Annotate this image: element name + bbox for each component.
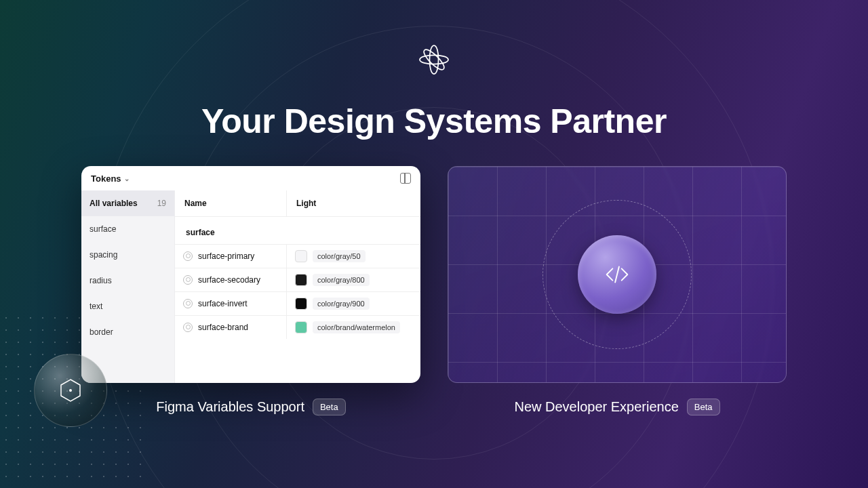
code-sphere [578,235,656,314]
variable-type-icon [183,275,193,285]
sidebar-category[interactable]: radius [81,268,174,293]
caption-dev-experience: New Developer Experience Beta [448,399,787,415]
color-alias: color/gray/50 [313,250,366,262]
color-alias: color/brand/watermelon [313,321,400,333]
tokens-panel: Tokens ⌄ All variables 19 surfacespacing… [81,166,420,383]
table-row[interactable]: surface-invertcolor/gray/900 [175,291,420,315]
caption-right-text: New Developer Experience [514,399,678,415]
color-swatch [295,321,307,333]
variable-name: surface-primary [198,251,254,261]
sidebar-category[interactable]: text [81,293,174,319]
sidebar-category[interactable]: border [81,319,174,345]
table-row[interactable]: surface-primarycolor/gray/50 [175,244,420,268]
table-row[interactable]: surface-secodarycolor/gray/800 [175,268,420,291]
panel-layout-icon[interactable] [400,173,411,184]
section-label: surface [175,217,420,244]
table-row[interactable]: surface-brandcolor/brand/watermelon [175,315,420,339]
tokens-dropdown[interactable]: Tokens [91,174,121,184]
color-swatch [295,250,307,262]
column-header-name: Name [175,190,287,216]
variable-type-icon [183,323,193,332]
color-alias: color/gray/800 [313,274,370,286]
beta-badge: Beta [687,399,720,415]
chevron-down-icon: ⌄ [124,175,130,182]
caption-figma-variables: Figma Variables Support Beta [81,399,420,415]
hexagon-orb-icon [34,354,107,427]
beta-badge: Beta [313,399,346,415]
variable-type-icon [183,251,193,261]
color-alias: color/gray/900 [313,298,370,310]
variable-name: surface-brand [198,323,248,332]
tokens-sidebar: All variables 19 surfacespacingradiustex… [81,190,175,383]
brand-knot-icon [415,41,453,81]
column-header-light: Light [287,190,420,216]
variable-name: surface-invert [198,299,248,308]
color-swatch [295,274,307,286]
color-swatch [295,298,307,310]
variable-name: surface-secodary [198,275,260,285]
all-variables-label: All variables [90,199,138,208]
variable-type-icon [183,299,193,308]
sidebar-all-variables[interactable]: All variables 19 [81,190,174,216]
caption-left-text: Figma Variables Support [156,399,304,415]
code-icon [601,259,633,290]
all-variables-count: 19 [157,199,166,208]
sidebar-category[interactable]: spacing [81,242,174,268]
sidebar-category[interactable]: surface [81,216,174,242]
headline: Your Design Systems Partner [201,102,667,141]
developer-card [448,166,787,383]
svg-line-0 [615,267,619,283]
